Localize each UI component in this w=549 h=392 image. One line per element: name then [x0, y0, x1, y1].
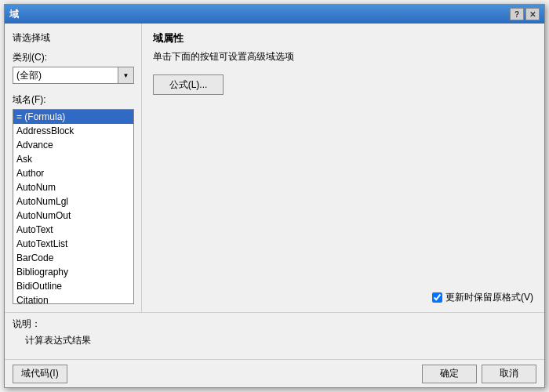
list-item[interactable]: AutoNum	[13, 180, 133, 194]
list-item[interactable]: AutoNumOut	[13, 209, 133, 223]
confirm-button[interactable]: 确定	[422, 365, 477, 383]
dialog-window: 域 ? ✕ 请选择域 类别(C): (全部) ▼ 域名(F): = (Formu…	[4, 4, 545, 388]
formula-button[interactable]: 公式(L)...	[153, 74, 224, 95]
dialog-body: 请选择域 类别(C): (全部) ▼ 域名(F): = (Formula)Add…	[5, 24, 544, 312]
list-item[interactable]: Citation	[13, 293, 133, 303]
list-item[interactable]: BarCode	[13, 251, 133, 265]
list-item[interactable]: Bibliography	[13, 265, 133, 279]
category-arrow-icon[interactable]: ▼	[118, 67, 133, 83]
category-label: 类别(C):	[13, 51, 133, 64]
preserve-format-label: 更新时保留原格式(V)	[445, 291, 533, 304]
list-item[interactable]: = (Formula)	[13, 110, 133, 124]
cancel-button[interactable]: 取消	[482, 365, 536, 383]
category-value: (全部)	[13, 67, 118, 83]
description-text: 计算表达式结果	[13, 334, 536, 347]
bottom-right-buttons: 确定 取消	[422, 365, 536, 383]
category-dropdown[interactable]: (全部) ▼	[13, 67, 134, 84]
fieldname-label: 域名(F):	[13, 93, 133, 107]
list-item[interactable]: Author	[13, 166, 133, 180]
list-item[interactable]: AddressBlock	[13, 124, 133, 138]
list-item[interactable]: AutoNumLgl	[13, 194, 133, 209]
preserve-format-area: 更新时保留原格式(V)	[432, 291, 533, 304]
right-panel-desc: 单击下面的按钮可设置高级域选项	[153, 50, 533, 64]
title-bar-buttons: ? ✕	[510, 8, 540, 20]
fieldname-listbox-wrapper: = (Formula)AddressBlockAdvanceAskAuthorA…	[13, 109, 134, 304]
list-item[interactable]: AutoTextList	[13, 237, 133, 251]
preserve-format-checkbox[interactable]	[432, 292, 442, 303]
list-item[interactable]: Advance	[13, 138, 133, 152]
field-code-button[interactable]: 域代码(I)	[13, 365, 67, 383]
list-item[interactable]: AutoText	[13, 223, 133, 237]
list-item[interactable]: BidiOutline	[13, 279, 133, 293]
description-area: 说明： 计算表达式结果	[5, 312, 544, 359]
category-group: 类别(C): (全部) ▼	[13, 51, 133, 84]
bottom-bar: 域代码(I) 确定 取消	[5, 359, 544, 387]
right-panel: 域属性 单击下面的按钮可设置高级域选项 公式(L)... 更新时保留原格式(V)	[142, 24, 544, 312]
right-panel-title: 域属性	[153, 31, 533, 45]
close-button[interactable]: ✕	[525, 8, 540, 20]
help-button[interactable]: ?	[510, 8, 524, 20]
bottom-left-buttons: 域代码(I)	[13, 365, 67, 383]
title-bar: 域 ? ✕	[5, 5, 544, 24]
list-item[interactable]: Ask	[13, 152, 133, 166]
description-title: 说明：	[13, 318, 536, 331]
dialog-title: 域	[9, 8, 19, 21]
left-panel: 请选择域 类别(C): (全部) ▼ 域名(F): = (Formula)Add…	[5, 24, 142, 312]
fieldname-listbox[interactable]: = (Formula)AddressBlockAdvanceAskAuthorA…	[13, 110, 133, 303]
section-title: 请选择域	[13, 31, 133, 45]
